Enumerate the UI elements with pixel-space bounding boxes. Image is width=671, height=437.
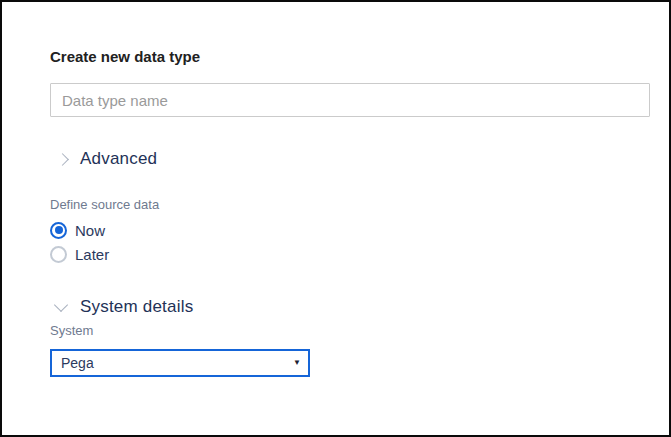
advanced-section-toggle[interactable]: Advanced <box>50 147 157 171</box>
radio-later-label: Later <box>75 246 109 263</box>
radio-selected-icon[interactable] <box>50 222 67 239</box>
chevron-right-icon <box>50 151 72 167</box>
radio-option-later[interactable]: Later <box>50 245 109 263</box>
data-type-name-input[interactable] <box>50 83 650 117</box>
system-field-label: System <box>50 323 93 338</box>
radio-unselected-icon[interactable] <box>50 246 67 263</box>
system-details-section-toggle[interactable]: System details <box>50 295 193 319</box>
system-details-section-label: System details <box>80 297 193 317</box>
form-title: Create new data type <box>50 48 200 66</box>
chevron-down-icon <box>50 299 72 315</box>
radio-now-label: Now <box>75 222 105 239</box>
define-source-data-label: Define source data <box>50 197 159 212</box>
create-data-type-form: Create new data type Advanced Define sou… <box>2 2 669 435</box>
system-select-value: Pega <box>61 355 94 371</box>
advanced-section-label: Advanced <box>80 149 157 169</box>
system-select[interactable]: Pega ▼ <box>50 349 310 377</box>
radio-option-now[interactable]: Now <box>50 221 105 239</box>
caret-down-icon: ▼ <box>293 359 301 367</box>
